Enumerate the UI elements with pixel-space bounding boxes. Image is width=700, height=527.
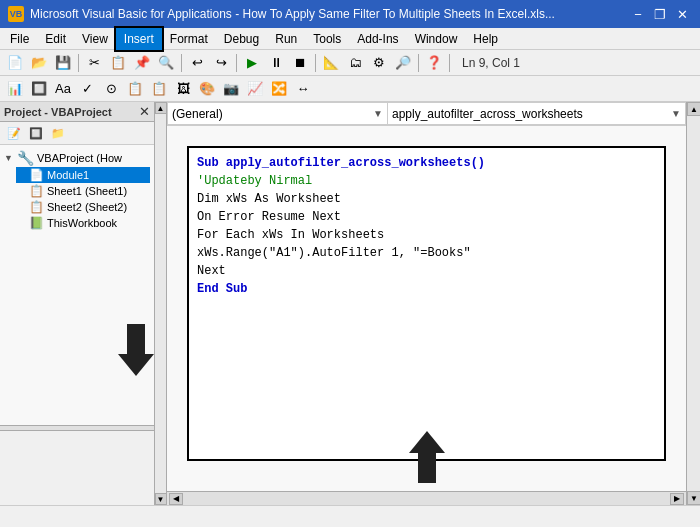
- toolbar2-btn12[interactable]: 🔀: [268, 78, 290, 100]
- h-scroll-left[interactable]: ◀: [169, 493, 183, 505]
- procedure-dropdown-value: apply_autofilter_across_worksheets: [392, 107, 583, 121]
- project-panel-close-button[interactable]: ✕: [139, 104, 150, 119]
- panel-scroll: ▲ ▼: [155, 102, 167, 505]
- toolbar-run[interactable]: ▶: [241, 52, 263, 74]
- procedure-dropdown-arrow: ▼: [671, 108, 681, 119]
- toolbar-cut[interactable]: ✂: [83, 52, 105, 74]
- toolbar-sep2: [181, 54, 182, 72]
- code-box[interactable]: Sub apply_autofilter_across_worksheets()…: [187, 146, 666, 461]
- toolbar2-btn8[interactable]: 🖼: [172, 78, 194, 100]
- proj-view-code[interactable]: 📝: [4, 124, 24, 142]
- procedure-dropdown[interactable]: apply_autofilter_across_worksheets ▼: [387, 102, 686, 125]
- v-scroll-track: [687, 116, 700, 491]
- restore-button[interactable]: ❐: [650, 4, 670, 24]
- toolbar-paste[interactable]: 📌: [131, 52, 153, 74]
- toolbar2-btn3[interactable]: Aa: [52, 78, 74, 100]
- general-dropdown-arrow: ▼: [373, 108, 383, 119]
- menu-item-window[interactable]: Window: [407, 28, 466, 50]
- toolbar-reset[interactable]: ⏹: [289, 52, 311, 74]
- toolbar-undo[interactable]: ↩: [186, 52, 208, 74]
- sheet1-icon: 📋: [29, 184, 44, 198]
- tree-label-sheet2: Sheet2 (Sheet2): [47, 201, 127, 213]
- menu-item-file[interactable]: File: [2, 28, 37, 50]
- close-button[interactable]: ✕: [672, 4, 692, 24]
- scroll-down-btn[interactable]: ▼: [155, 493, 167, 505]
- left-arrow-container: [0, 284, 154, 425]
- tree-label-vbaproject: VBAProject (How: [37, 152, 122, 164]
- menu-item-debug[interactable]: Debug: [216, 28, 267, 50]
- toolbar2-btn11[interactable]: 📈: [244, 78, 266, 100]
- general-dropdown[interactable]: (General) ▼: [167, 102, 387, 125]
- code-line-5: For Each xWs In Worksheets: [197, 226, 656, 244]
- v-scroll-up[interactable]: ▲: [687, 102, 700, 116]
- tree-label-thisworkbook: ThisWorkbook: [47, 217, 117, 229]
- menu-bar: File Edit View Insert Format Debug Run T…: [0, 28, 700, 50]
- app-icon: VB: [8, 6, 24, 22]
- toolbar-props[interactable]: ⚙: [368, 52, 390, 74]
- toolbar-redo[interactable]: ↪: [210, 52, 232, 74]
- proj-toggle-folder[interactable]: 📁: [48, 124, 68, 142]
- tree-item-sheet1[interactable]: 📋 Sheet1 (Sheet1): [16, 183, 150, 199]
- toolbar2-btn2[interactable]: 🔲: [28, 78, 50, 100]
- tree-item-thisworkbook[interactable]: 📗 ThisWorkbook: [16, 215, 150, 231]
- toolbar1: 📄 📂 💾 ✂ 📋 📌 🔍 ↩ ↪ ▶ ⏸ ⏹ 📐 🗂 ⚙ 🔎 ❓ Ln 9, …: [0, 50, 700, 76]
- toolbar2: 📊 🔲 Aa ✓ ⊙ 📋 📋 🖼 🎨 📷 📈 🔀 ↔: [0, 76, 700, 102]
- minimize-button[interactable]: −: [628, 4, 648, 24]
- toolbar2-btn13[interactable]: ↔: [292, 78, 314, 100]
- code-line-6: xWs.Range("A1").AutoFilter 1, "=Books": [197, 244, 656, 262]
- tree-item-sheet2[interactable]: 📋 Sheet2 (Sheet2): [16, 199, 150, 215]
- title-bar: VB Microsoft Visual Basic for Applicatio…: [0, 0, 700, 28]
- menu-item-insert[interactable]: Insert: [116, 28, 162, 50]
- tree-item-vbaproject[interactable]: ▼ 🔧 VBAProject (How: [4, 149, 150, 167]
- project-panel-header: Project - VBAProject ✕: [0, 102, 154, 122]
- toolbar-save[interactable]: 💾: [52, 52, 74, 74]
- toolbar2-btn7[interactable]: 📋: [148, 78, 170, 100]
- toolbar2-btn5[interactable]: ⊙: [100, 78, 122, 100]
- code-line-1: Sub apply_autofilter_across_worksheets(): [197, 154, 656, 172]
- main-area: Project - VBAProject ✕ 📝 🔲 📁 ▼ 🔧 VBAProj…: [0, 102, 700, 505]
- arrow-up: [409, 431, 445, 483]
- toolbar2-btn9[interactable]: 🎨: [196, 78, 218, 100]
- vbaproject-icon: 🔧: [17, 150, 34, 166]
- menu-item-format[interactable]: Format: [162, 28, 216, 50]
- toolbar2-btn1[interactable]: 📊: [4, 78, 26, 100]
- toolbar-open[interactable]: 📂: [28, 52, 50, 74]
- tree-expand-icon: ▼: [4, 153, 14, 163]
- bottom-scrollbar: ◀ ▶: [167, 491, 686, 505]
- tree-item-module1[interactable]: 📄 Module1: [16, 167, 150, 183]
- project-tree: ▼ 🔧 VBAProject (How 📄 Module1 📋 Sheet1 (…: [0, 145, 154, 284]
- left-arrow-head: [118, 354, 154, 376]
- menu-item-addins[interactable]: Add-Ins: [349, 28, 406, 50]
- code-line-2: 'Updateby Nirmal: [197, 172, 656, 190]
- h-scroll-right[interactable]: ▶: [670, 493, 684, 505]
- v-scroll-down[interactable]: ▼: [687, 491, 700, 505]
- menu-item-view[interactable]: View: [74, 28, 116, 50]
- proj-view-object[interactable]: 🔲: [26, 124, 46, 142]
- menu-item-help[interactable]: Help: [465, 28, 506, 50]
- properties-panel: [0, 425, 154, 505]
- menu-item-run[interactable]: Run: [267, 28, 305, 50]
- toolbar-new[interactable]: 📄: [4, 52, 26, 74]
- project-toolbar: 📝 🔲 📁: [0, 122, 154, 145]
- menu-item-tools[interactable]: Tools: [305, 28, 349, 50]
- tree-label-module1: Module1: [47, 169, 89, 181]
- project-panel: Project - VBAProject ✕ 📝 🔲 📁 ▼ 🔧 VBAProj…: [0, 102, 155, 425]
- toolbar-project[interactable]: 🗂: [344, 52, 366, 74]
- menu-item-edit[interactable]: Edit: [37, 28, 74, 50]
- toolbar-help[interactable]: ❓: [423, 52, 445, 74]
- toolbar-find[interactable]: 🔍: [155, 52, 177, 74]
- toolbar-objbrowser[interactable]: 🔎: [392, 52, 414, 74]
- toolbar2-btn10[interactable]: 📷: [220, 78, 242, 100]
- toolbar2-btn4[interactable]: ✓: [76, 78, 98, 100]
- toolbar2-btn6[interactable]: 📋: [124, 78, 146, 100]
- scroll-up-btn[interactable]: ▲: [155, 102, 167, 114]
- status-text: Ln 9, Col 1: [454, 56, 528, 70]
- toolbar-sep5: [418, 54, 419, 72]
- toolbar-break[interactable]: ⏸: [265, 52, 287, 74]
- properties-header: [0, 426, 154, 431]
- left-panel-wrapper: Project - VBAProject ✕ 📝 🔲 📁 ▼ 🔧 VBAProj…: [0, 102, 155, 505]
- code-line-4: On Error Resume Next: [197, 208, 656, 226]
- code-line-7: Next: [197, 262, 656, 280]
- toolbar-design[interactable]: 📐: [320, 52, 342, 74]
- toolbar-copy[interactable]: 📋: [107, 52, 129, 74]
